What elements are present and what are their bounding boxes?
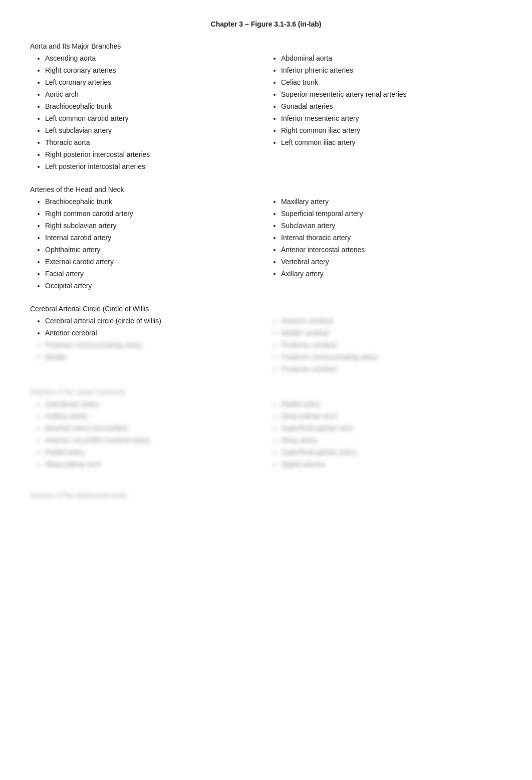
section-abdominal: Arteries of the Abdominal Aorta (30, 491, 502, 499)
section-circle-willis-col2: Anterior cerebral Middle cerebral Poster… (266, 316, 502, 376)
section-aorta-col1: Ascending aorta Right coronary arteries … (30, 53, 266, 173)
list-item: Deep artery (281, 435, 492, 446)
section-aorta-col2: Abdominal aorta Inferior phrenic arterie… (266, 53, 502, 173)
list-item: Basilar (45, 352, 256, 362)
list-item: Maxillary artery (281, 197, 492, 207)
section-head-neck-columns: Brachiocephalic trunk Right common carot… (30, 197, 502, 293)
list-item: Facial artery (45, 269, 256, 279)
section-circle-willis: Cerebral Arterial Circle (Circle of Will… (30, 305, 502, 376)
list-item: Celiac trunk (281, 77, 492, 88)
section-abdominal-title: Arteries of the Abdominal Aorta (30, 491, 502, 499)
list-item: External carotid artery (45, 257, 256, 267)
list-item: Occipital artery (45, 281, 256, 291)
list-item: Digital arteries (281, 459, 492, 470)
list-item: Brachiocephalic trunk (45, 101, 256, 112)
list-item: Left posterior intercostal arteries (45, 161, 256, 172)
section-upper-extremity-columns: Subclavian artery Axillary artery Brachi… (30, 399, 502, 471)
section-upper-extremity-col1: Subclavian artery Axillary artery Brachi… (30, 399, 266, 471)
list-item: Subclavian artery (281, 221, 492, 231)
list-item: Inferior phrenic arteries (281, 65, 492, 76)
section-aorta: Aorta and Its Major Branches Ascending a… (30, 42, 502, 173)
list-item: Posterior cerebral (281, 364, 492, 374)
list-item: Anterior intercostal arteries (281, 245, 492, 255)
list-item: Ophthalmic artery (45, 245, 256, 255)
section-circle-willis-columns: Cerebral arterial circle (circle of will… (30, 316, 502, 376)
section-aorta-columns: Ascending aorta Right coronary arteries … (30, 53, 502, 173)
list-item: Axillary artery (281, 269, 492, 279)
list-item: Brachial artery (circumflex) (45, 423, 256, 434)
list-item: Superficial temporal artery (281, 209, 492, 219)
list-item: Superficial palmar artery (281, 447, 492, 458)
list-item: Left subclavian artery (45, 125, 256, 136)
list-item: Aortic arch (45, 89, 256, 100)
list-item: Ascending aorta (45, 53, 256, 64)
list-item: Thoracic aorta (45, 137, 256, 148)
list-item: Subclavian artery (45, 399, 256, 410)
list-item: Inferior mesenteric artery (281, 113, 492, 124)
section-head-neck-col2: Maxillary artery Superficial temporal ar… (266, 197, 502, 293)
list-item: Radial artery (281, 399, 492, 410)
list-item: Middle cerebral (281, 328, 492, 338)
section-upper-extremity: Arteries of the Upper Extremity Subclavi… (30, 388, 502, 471)
section-head-neck: Arteries of the Head and Neck Brachiocep… (30, 185, 502, 293)
list-item: Left common iliac artery (281, 137, 492, 148)
list-item: Internal carotid artery (45, 233, 256, 243)
list-item: Deep palmar arch (281, 411, 492, 422)
page-title: Chapter 3 – Figure 3.1-3.6 (in-lab) (30, 20, 502, 28)
list-item: Posterior communicating artery (281, 352, 492, 362)
section-head-neck-title: Arteries of the Head and Neck (30, 185, 502, 193)
list-item: Anterior cerebral (281, 316, 492, 326)
list-item: Anterior cerebral (45, 328, 256, 338)
section-circle-willis-col1: Cerebral arterial circle (circle of will… (30, 316, 266, 376)
section-upper-extremity-col2: Radial artery Deep palmar arch Superfici… (266, 399, 502, 471)
list-item: Right subclavian artery (45, 221, 256, 231)
list-item: Internal thoracic artery (281, 233, 492, 243)
list-item: Left common carotid artery (45, 113, 256, 124)
list-item: Gonadal arteries (281, 101, 492, 112)
list-item: Posterior communicating artery (45, 340, 256, 350)
list-item: Right posterior intercostal arteries (45, 149, 256, 160)
section-head-neck-col1: Brachiocephalic trunk Right common carot… (30, 197, 266, 293)
list-item: Abdominal aorta (281, 53, 492, 64)
list-item: Brachiocephalic trunk (45, 197, 256, 207)
list-item: Superior mesenteric artery renal arterie… (281, 89, 492, 100)
list-item: Right common carotid artery (45, 209, 256, 219)
list-item: Axillary artery (45, 411, 256, 422)
list-item: Cerebral arterial circle (circle of will… (45, 316, 256, 326)
list-item: Left coronary arteries (45, 77, 256, 88)
list-item: Superficial palmar arch (281, 423, 492, 434)
section-upper-extremity-title: Arteries of the Upper Extremity (30, 388, 502, 396)
list-item: Posterior cerebral (281, 340, 492, 350)
list-item: Radial artery (45, 447, 256, 458)
list-item: Deep palmar arch (45, 459, 256, 470)
list-item: Right common iliac artery (281, 125, 492, 136)
list-item: Anterior circumflex humeral artery (45, 435, 256, 446)
section-circle-willis-title: Cerebral Arterial Circle (Circle of Will… (30, 305, 502, 313)
list-item: Vertebral artery (281, 257, 492, 267)
section-aorta-title: Aorta and Its Major Branches (30, 42, 502, 50)
list-item: Right coronary arteries (45, 65, 256, 76)
